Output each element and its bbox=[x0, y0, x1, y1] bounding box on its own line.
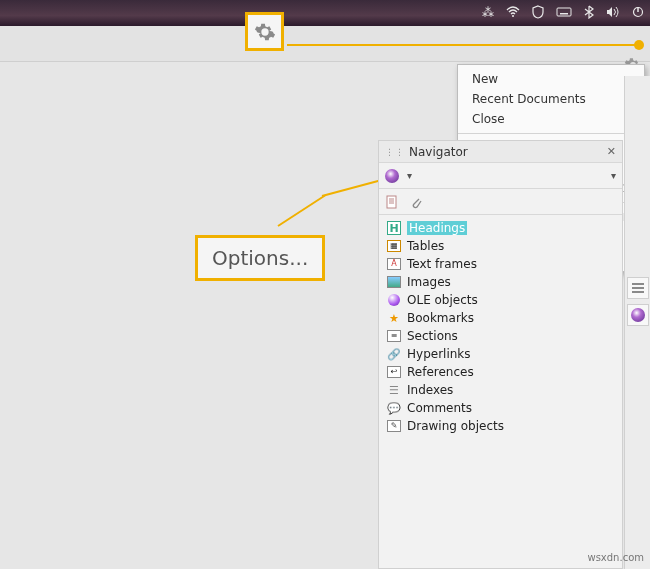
tree-item-images[interactable]: Images bbox=[383, 273, 618, 291]
gear-icon[interactable] bbox=[254, 21, 276, 43]
hyperlink-icon: 🔗 bbox=[387, 347, 401, 361]
dropbox-icon[interactable]: ⁂ bbox=[482, 6, 494, 20]
tree-item-headings[interactable]: HHeadings bbox=[383, 219, 618, 237]
comment-icon: 💬 bbox=[387, 401, 401, 415]
tree-label: Comments bbox=[407, 401, 472, 415]
navigator-toolbar-1: ▾ ▾ bbox=[379, 163, 622, 189]
svg-rect-5 bbox=[387, 196, 396, 208]
navigator-toolbar-2 bbox=[379, 189, 622, 215]
volume-icon[interactable] bbox=[606, 6, 620, 21]
ole-icon bbox=[387, 293, 401, 307]
gear-button-highlight bbox=[245, 12, 284, 51]
tree-item-textframes[interactable]: AText frames bbox=[383, 255, 618, 273]
tree-item-references[interactable]: ↩References bbox=[383, 363, 618, 381]
dropdown-arrow-icon[interactable]: ▾ bbox=[407, 170, 412, 181]
table-icon: ▦ bbox=[387, 239, 401, 253]
tree-item-indexes[interactable]: ☰Indexes bbox=[383, 381, 618, 399]
tree-label: Indexes bbox=[407, 383, 453, 397]
svg-point-0 bbox=[512, 15, 514, 17]
watermark: wsxdn.com bbox=[587, 552, 644, 563]
options-label-highlight: Options... bbox=[195, 235, 325, 281]
bookmark-icon: ★ bbox=[387, 311, 401, 325]
tree-label: Bookmarks bbox=[407, 311, 474, 325]
tree-label: Sections bbox=[407, 329, 458, 343]
tree-item-ole[interactable]: OLE objects bbox=[383, 291, 618, 309]
callout-line bbox=[277, 195, 325, 227]
wifi-icon[interactable] bbox=[506, 6, 520, 21]
menu-separator bbox=[458, 133, 644, 134]
tree-label: Drawing objects bbox=[407, 419, 504, 433]
sidebar-menu-button[interactable] bbox=[627, 277, 649, 299]
sidebar-strip bbox=[624, 76, 650, 569]
tree-label: Images bbox=[407, 275, 451, 289]
bluetooth-icon[interactable] bbox=[584, 5, 594, 22]
system-bar: ⁂ bbox=[0, 0, 650, 26]
menu-item-recent[interactable]: Recent Documents▶ bbox=[458, 89, 644, 109]
menu-item-new[interactable]: New▶ bbox=[458, 69, 644, 89]
tree-label: Headings bbox=[407, 221, 467, 235]
menu-item-close[interactable]: Close bbox=[458, 109, 644, 129]
tree-item-drawings[interactable]: ✎Drawing objects bbox=[383, 417, 618, 435]
svg-rect-1 bbox=[557, 8, 571, 16]
hamburger-icon bbox=[631, 282, 645, 294]
compass-icon[interactable] bbox=[385, 169, 399, 183]
navigator-panel: ⋮⋮ Navigator ✕ ▾ ▾ HHeadings ▦Tables ATe… bbox=[378, 140, 623, 569]
shield-icon[interactable] bbox=[532, 5, 544, 22]
tree-label: OLE objects bbox=[407, 293, 478, 307]
svg-rect-2 bbox=[560, 13, 568, 15]
tree-label: Tables bbox=[407, 239, 444, 253]
reference-icon: ↩ bbox=[387, 365, 401, 379]
tree-label: Text frames bbox=[407, 257, 477, 271]
dropdown-arrow-icon[interactable]: ▾ bbox=[611, 170, 616, 181]
index-icon: ☰ bbox=[387, 383, 401, 397]
menu-label: Close bbox=[472, 112, 505, 126]
section-icon: ≡ bbox=[387, 329, 401, 343]
textframe-icon: A bbox=[387, 257, 401, 271]
callout-dot bbox=[634, 40, 644, 50]
tree-label: Hyperlinks bbox=[407, 347, 471, 361]
keyboard-icon[interactable] bbox=[556, 6, 572, 21]
tree-label: References bbox=[407, 365, 474, 379]
tree-item-comments[interactable]: 💬Comments bbox=[383, 399, 618, 417]
navigator-titlebar[interactable]: ⋮⋮ Navigator ✕ bbox=[379, 141, 622, 163]
sidebar-navigator-button[interactable] bbox=[627, 304, 649, 326]
close-icon[interactable]: ✕ bbox=[607, 145, 616, 158]
grip-icon: ⋮⋮ bbox=[385, 147, 405, 157]
tree-item-hyperlinks[interactable]: 🔗Hyperlinks bbox=[383, 345, 618, 363]
compass-icon bbox=[631, 308, 645, 322]
options-label: Options... bbox=[212, 246, 308, 270]
power-icon[interactable] bbox=[632, 6, 644, 21]
tree-item-tables[interactable]: ▦Tables bbox=[383, 237, 618, 255]
navigator-tree: HHeadings ▦Tables AText frames Images OL… bbox=[379, 215, 622, 439]
image-icon bbox=[387, 275, 401, 289]
system-tray: ⁂ bbox=[482, 0, 644, 26]
navigator-title-text: Navigator bbox=[409, 145, 468, 159]
callout-line bbox=[287, 44, 637, 46]
tree-item-bookmarks[interactable]: ★Bookmarks bbox=[383, 309, 618, 327]
menu-label: New bbox=[472, 72, 498, 86]
attachment-icon[interactable] bbox=[409, 195, 423, 209]
menu-label: Recent Documents bbox=[472, 92, 586, 106]
document-icon[interactable] bbox=[385, 195, 399, 209]
heading-icon: H bbox=[387, 221, 401, 235]
drawing-icon: ✎ bbox=[387, 419, 401, 433]
tree-item-sections[interactable]: ≡Sections bbox=[383, 327, 618, 345]
